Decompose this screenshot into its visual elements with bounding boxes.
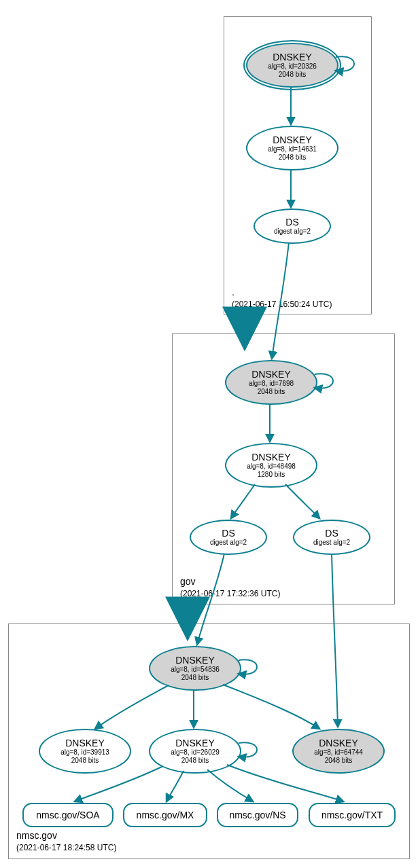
node-gov-zsk: DNSKEY alg=8, id=48498 1280 bits [225,443,317,488]
node-sub: 2048 bits [71,757,99,765]
node-sub: digest alg=2 [210,539,247,547]
node-title: DS [285,217,298,228]
node-title: DNSKEY [65,738,105,748]
node-nmsc-k2: DNSKEY alg=8, id=26029 2048 bits [149,729,241,774]
zone-nmsc-timestamp: (2021-06-17 18:24:58 UTC) [16,843,116,852]
node-title: DNSKEY [251,369,291,380]
node-sub: 2048 bits [279,153,307,162]
node-title: DNSKEY [319,738,358,748]
node-sub: digest alg=2 [313,539,350,547]
node-rr-soa: nmsc.gov/SOA [22,803,114,827]
zone-root-name: . [232,287,234,297]
node-nmsc-k1: DNSKEY alg=8, id=39913 2048 bits [39,729,131,774]
node-sub: 2048 bits [258,388,285,396]
node-gov-ksk: DNSKEY alg=8, id=7698 2048 bits [225,360,317,405]
node-title: DNSKEY [273,134,312,145]
node-root-zsk: DNSKEY alg=8, id=14631 2048 bits [246,126,338,170]
node-nmsc-ksk: DNSKEY alg=8, id=54836 2048 bits [149,646,241,691]
node-rr-ns: nmsc.gov/NS [217,803,298,827]
node-sub: alg=8, id=20326 [268,62,317,71]
zone-root-timestamp: (2021-06-17 16:50:24 UTC) [232,300,332,309]
node-sub: alg=8, id=39913 [60,748,109,757]
node-sub: alg=8, id=26029 [171,748,220,757]
node-sub: alg=8, id=14631 [268,145,317,153]
node-sub: alg=8, id=54836 [171,666,220,674]
node-rr-txt: nmsc.gov/TXT [309,803,396,827]
node-sub: 2048 bits [325,757,353,765]
node-root-ksk: DNSKEY alg=8, id=20326 2048 bits [246,43,338,88]
node-sub: 2048 bits [181,757,209,765]
node-title: DNSKEY [175,655,215,666]
rect-label: nmsc.gov/NS [225,810,290,820]
node-sub: 2048 bits [181,674,209,682]
zone-gov-timestamp: (2021-06-17 17:32:36 UTC) [180,589,280,598]
rect-label: nmsc.gov/MX [133,810,198,820]
node-title: DNSKEY [273,52,312,62]
node-sub: 1280 bits [258,471,285,479]
node-sub: alg=8, id=7698 [249,380,294,388]
node-title: DNSKEY [251,452,291,463]
node-title: DS [222,528,234,539]
node-sub: alg=8, id=48498 [247,463,296,471]
node-sub: digest alg=2 [274,228,311,236]
node-gov-ds1: DS digest alg=2 [190,520,267,555]
node-rr-mx: nmsc.gov/MX [123,803,207,827]
node-title: DS [325,528,338,539]
rect-label: nmsc.gov/TXT [317,810,387,820]
node-gov-ds2: DS digest alg=2 [293,520,370,555]
node-nmsc-k3: DNSKEY alg=8, id=64744 2048 bits [292,729,385,774]
node-root-ds: DS digest alg=2 [254,209,331,244]
node-title: DNSKEY [175,738,215,748]
node-sub: 2048 bits [279,71,307,79]
rect-label: nmsc.gov/SOA [32,810,103,820]
zone-nmsc-name: nmsc.gov [16,830,57,841]
node-sub: alg=8, id=64744 [314,748,363,757]
zone-gov-name: gov [180,576,196,587]
